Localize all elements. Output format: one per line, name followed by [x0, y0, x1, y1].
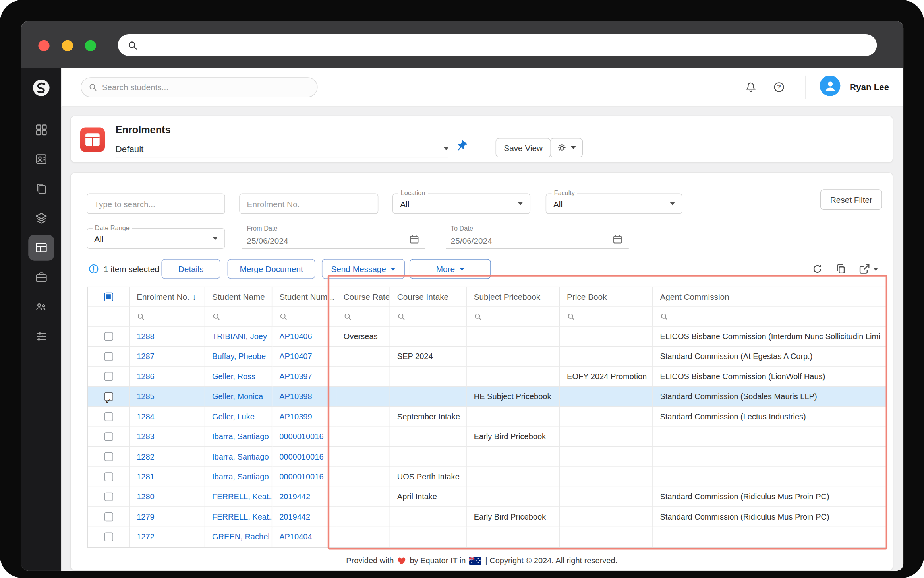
sidebar-item-enrolments[interactable]	[28, 235, 54, 260]
zoom-window-button[interactable]	[85, 40, 96, 51]
link-student-number[interactable]: AP10399	[279, 412, 312, 421]
row-checkbox[interactable]	[104, 493, 113, 501]
refresh-button[interactable]	[812, 263, 823, 275]
link-enrolment-no[interactable]: 1283	[137, 432, 155, 441]
link-student-name[interactable]: Geller, Ross	[212, 372, 255, 381]
user-avatar[interactable]	[820, 76, 840, 96]
row-checkbox[interactable]	[104, 533, 113, 541]
send-message-button[interactable]: Send Message	[322, 259, 405, 279]
link-student-name[interactable]: FERRELL, Keat...	[212, 512, 272, 521]
sidebar-item-documents[interactable]	[28, 176, 54, 202]
user-name[interactable]: Ryan Lee	[850, 82, 889, 92]
date-range-select[interactable]: Date Range All	[87, 228, 225, 249]
link-student-number[interactable]: AP10397	[279, 372, 312, 381]
link-enrolment-no[interactable]: 1286	[137, 372, 155, 381]
pin-view-button[interactable]	[452, 137, 471, 155]
calendar-icon[interactable]	[612, 234, 623, 245]
link-enrolment-no[interactable]: 1272	[137, 533, 155, 541]
link-student-name[interactable]: Ibarra, Santiago	[212, 432, 269, 441]
sidebar-item-dashboard[interactable]	[28, 117, 54, 143]
column-header-course-intake[interactable]: Course Intake	[390, 287, 467, 306]
link-enrolment-no[interactable]: 1287	[137, 352, 155, 361]
row-checkbox[interactable]	[104, 332, 113, 341]
sidebar-item-settings[interactable]	[28, 323, 54, 349]
link-student-number[interactable]: AP10398	[279, 392, 312, 401]
filter-cell[interactable]	[130, 306, 205, 326]
column-header-subject-pricebook[interactable]: Subject Pricebook	[467, 287, 560, 306]
column-header-course-rate[interactable]: Course Rate	[336, 287, 390, 306]
column-header-price-book[interactable]: Price Book	[560, 287, 653, 306]
link-student-name[interactable]: TRIBIANI, Joey	[212, 332, 267, 341]
faculty-select[interactable]: Faculty All	[546, 194, 682, 214]
student-search-input[interactable]	[102, 83, 310, 92]
link-student-name[interactable]: Ibarra, Santiago	[212, 472, 269, 481]
link-student-number[interactable]: 0000010016	[279, 472, 323, 481]
link-student-name[interactable]: Geller, Luke	[212, 412, 255, 421]
link-student-number[interactable]: 2019442	[279, 512, 310, 521]
link-student-name[interactable]: Geller, Monica	[212, 392, 263, 401]
filter-cell[interactable]	[336, 306, 390, 326]
filter-cell[interactable]	[272, 306, 336, 326]
to-date-field[interactable]: To Date 25/06/2024	[446, 225, 629, 249]
link-enrolment-no[interactable]: 1281	[137, 472, 155, 481]
row-checkbox[interactable]	[104, 432, 113, 441]
reset-filter-button[interactable]: Reset Filter	[820, 189, 882, 210]
sidebar-item-community[interactable]	[28, 294, 54, 320]
link-student-number[interactable]: 0000010016	[279, 432, 323, 441]
filter-cell[interactable]	[205, 306, 272, 326]
filter-cell[interactable]	[560, 306, 653, 326]
column-header-student-number[interactable]: Student Num...	[272, 287, 336, 306]
link-student-number[interactable]: 0000010016	[279, 452, 323, 461]
row-checkbox[interactable]	[104, 392, 113, 401]
view-selector[interactable]: Default	[116, 141, 448, 158]
row-checkbox[interactable]	[104, 352, 113, 361]
merge-document-button[interactable]: Merge Document	[228, 259, 315, 279]
student-search-box[interactable]	[81, 77, 317, 97]
column-header-student-name[interactable]: Student Name	[205, 287, 272, 306]
minimize-window-button[interactable]	[62, 40, 73, 51]
help-button[interactable]: ?	[773, 81, 785, 93]
more-button[interactable]: More	[410, 259, 491, 279]
quick-search-input[interactable]	[94, 194, 217, 213]
copy-grid-button[interactable]	[835, 263, 847, 275]
link-student-number[interactable]: 2019442	[279, 493, 310, 501]
sidebar-item-contacts[interactable]	[28, 146, 54, 172]
link-student-number[interactable]: AP10407	[279, 352, 312, 361]
view-settings-button[interactable]	[550, 138, 583, 157]
link-enrolment-no[interactable]: 1279	[137, 512, 155, 521]
location-select[interactable]: Location All	[392, 194, 530, 214]
browser-address-bar[interactable]	[118, 34, 877, 56]
link-student-number[interactable]: AP10404	[279, 533, 312, 541]
link-enrolment-no[interactable]: 1285	[137, 392, 155, 401]
link-student-name[interactable]: Ibarra, Santiago	[212, 452, 269, 461]
filter-cell[interactable]	[390, 306, 467, 326]
link-student-name[interactable]: Buffay, Pheobe	[212, 352, 266, 361]
row-checkbox[interactable]	[104, 412, 113, 421]
link-student-name[interactable]: FERRELL, Keat...	[212, 493, 272, 501]
link-student-name[interactable]: GREEN, Rachel	[212, 533, 270, 541]
row-checkbox[interactable]	[104, 512, 113, 521]
notifications-button[interactable]	[745, 81, 757, 93]
link-enrolment-no[interactable]: 1288	[137, 332, 155, 341]
row-checkbox[interactable]	[104, 472, 113, 481]
select-all-checkbox[interactable]	[104, 292, 113, 301]
filter-cell[interactable]	[653, 306, 887, 326]
column-header-enrolment-no[interactable]: Enrolment No. ↓	[130, 287, 205, 306]
link-enrolment-no[interactable]: 1280	[137, 493, 155, 501]
details-button[interactable]: Details	[161, 259, 220, 279]
filter-cell[interactable]	[467, 306, 560, 326]
link-enrolment-no[interactable]: 1282	[137, 452, 155, 461]
close-window-button[interactable]	[38, 40, 49, 51]
row-checkbox[interactable]	[104, 452, 113, 461]
enrolment-no-input[interactable]	[247, 194, 371, 213]
link-enrolment-no[interactable]: 1284	[137, 412, 155, 421]
sidebar-item-courses[interactable]	[28, 205, 54, 231]
sidebar-item-services[interactable]	[28, 264, 54, 290]
export-button[interactable]	[858, 263, 881, 275]
column-header-agent-commission[interactable]: Agent Commission	[653, 287, 887, 306]
link-student-number[interactable]: AP10406	[279, 332, 312, 341]
save-view-button[interactable]: Save View	[496, 138, 551, 157]
row-checkbox[interactable]	[104, 372, 113, 381]
calendar-icon[interactable]	[409, 234, 419, 245]
from-date-field[interactable]: From Date 25/06/2024	[242, 225, 425, 249]
